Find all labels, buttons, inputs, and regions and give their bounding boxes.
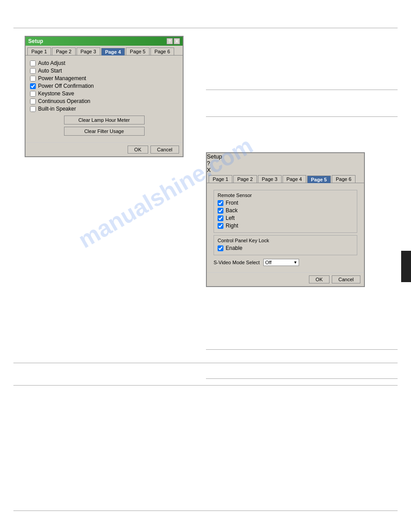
dialog1-tab-page2[interactable]: Page 2	[52, 47, 76, 55]
checkbox-keystone-save-label: Keystone Save	[38, 90, 74, 97]
checkbox-auto-adjust-label: Auto Adjust	[38, 60, 65, 66]
setup-dialog-1: Setup ? X Page 1 Page 2 Page 3 Page 4 Pa…	[25, 36, 184, 157]
remote-sensor-label: Remote Sensor	[218, 193, 353, 198]
body-rule-1	[13, 363, 398, 363]
checkbox-auto-start-input[interactable]	[30, 68, 36, 74]
dialog2-title: Setup	[207, 153, 222, 160]
checkbox-auto-start-label: Auto Start	[38, 68, 62, 74]
checkbox-power-off-label: Power Off Confirmation	[38, 83, 94, 89]
dialog2-help-btn[interactable]: ?	[207, 160, 364, 167]
dialog1-tab-page6[interactable]: Page 6	[150, 47, 174, 55]
dialog2-footer: OK Cancel	[207, 272, 364, 286]
clear-filter-btn[interactable]: Clear Filter Usage	[64, 127, 145, 136]
remote-sensor-section: Remote Sensor Front Back Left Right	[214, 190, 357, 233]
dialog1-close-btn[interactable]: X	[174, 38, 180, 44]
checkbox-front[interactable]: Front	[218, 200, 353, 206]
dialog1-titlebar-buttons: ? X	[167, 38, 180, 44]
checkbox-right-label: Right	[226, 223, 238, 229]
checkbox-power-off-confirmation[interactable]: Power Off Confirmation	[30, 83, 178, 89]
dialog1-title: Setup	[28, 38, 43, 44]
clear-lamp-btn[interactable]: Clear Lamp Hour Meter	[64, 116, 145, 124]
dialog2-titlebar-buttons: ? X	[207, 160, 364, 173]
control-panel-section: Control Panel Key Lock Enable	[214, 235, 357, 255]
dialog1-tab-page5[interactable]: Page 5	[126, 47, 150, 55]
checkbox-continuous-label: Continuous Operation	[38, 98, 90, 104]
dialog1-tab-page1[interactable]: Page 1	[27, 47, 51, 55]
dialog2-tab-page3[interactable]: Page 3	[258, 175, 282, 183]
checkbox-keystone-save-input[interactable]	[30, 91, 36, 97]
checkbox-left[interactable]: Left	[218, 215, 353, 221]
dialog2-titlebar: Setup ? X	[207, 153, 364, 173]
checkbox-keystone-save[interactable]: Keystone Save	[30, 90, 178, 97]
checkbox-right[interactable]: Right	[218, 223, 353, 229]
dialog1-content: Auto Adjust Auto Start Power Management …	[26, 56, 183, 142]
right-rule-2	[206, 116, 398, 117]
svideo-dropdown-arrow[interactable]: ▼	[293, 260, 297, 265]
body-rule-2	[13, 385, 398, 386]
svideo-value: Off	[265, 260, 271, 265]
checkbox-back-input[interactable]	[218, 208, 223, 214]
dialog2-tab-page2[interactable]: Page 2	[233, 175, 257, 183]
checkbox-power-management[interactable]: Power Management	[30, 75, 178, 82]
dialog1-cancel-btn[interactable]: Cancel	[150, 146, 179, 154]
checkbox-power-management-label: Power Management	[38, 75, 86, 82]
checkbox-enable-label: Enable	[226, 245, 242, 251]
checkbox-power-management-input[interactable]	[30, 76, 36, 82]
dialog2-content: Remote Sensor Front Back Left Right Cont…	[207, 183, 364, 272]
checkbox-right-input[interactable]	[218, 223, 223, 229]
right-rule-3	[206, 349, 398, 350]
checkbox-auto-adjust[interactable]: Auto Adjust	[30, 60, 178, 66]
dialog1-tabs: Page 1 Page 2 Page 3 Page 4 Page 5 Page …	[26, 46, 183, 56]
control-panel-label: Control Panel Key Lock	[218, 238, 353, 243]
checkbox-enable[interactable]: Enable	[218, 245, 353, 251]
svideo-label: S-Video Mode Select	[214, 260, 260, 265]
setup-dialog-2: Setup ? X Page 1 Page 2 Page 3 Page 4 Pa…	[206, 152, 365, 287]
dialog2-tab-page1[interactable]: Page 1	[209, 175, 232, 183]
dialog2-tab-page5[interactable]: Page 5	[307, 176, 331, 183]
checkbox-continuous-input[interactable]	[30, 99, 36, 104]
checkbox-builtin-input[interactable]	[30, 106, 36, 112]
dialog2-tab-page6[interactable]: Page 6	[332, 175, 355, 183]
dialog1-tab-page4[interactable]: Page 4	[101, 48, 125, 56]
dialog1-checkbox-group: Auto Adjust Auto Start Power Management …	[30, 60, 178, 112]
svideo-select[interactable]: Off ▼	[263, 259, 299, 266]
dialog1-footer: OK Cancel	[26, 142, 183, 156]
dialog1-help-btn[interactable]: ?	[167, 38, 173, 44]
dialog2-ok-btn[interactable]: OK	[309, 275, 330, 283]
dialog2-close-btn[interactable]: X	[207, 167, 364, 173]
checkbox-left-label: Left	[226, 215, 235, 221]
dialog2-cancel-btn[interactable]: Cancel	[332, 275, 360, 283]
checkbox-power-off-input[interactable]	[30, 83, 36, 89]
body-rule-3	[13, 511, 398, 511]
checkbox-back-label: Back	[226, 207, 238, 214]
checkbox-left-input[interactable]	[218, 215, 223, 221]
dialog2-tabs: Page 1 Page 2 Page 3 Page 4 Page 5 Page …	[207, 173, 364, 183]
top-rule	[13, 28, 398, 28]
checkbox-back[interactable]: Back	[218, 207, 353, 214]
dialog1-titlebar: Setup ? X	[26, 37, 183, 46]
svideo-row: S-Video Mode Select Off ▼	[214, 259, 357, 266]
black-sidebar-marker	[401, 251, 411, 282]
right-rule-4	[206, 378, 398, 379]
checkbox-auto-start[interactable]: Auto Start	[30, 68, 178, 74]
checkbox-builtin-speaker[interactable]: Built-in Speaker	[30, 106, 178, 112]
checkbox-continuous-operation[interactable]: Continuous Operation	[30, 98, 178, 104]
checkbox-builtin-label: Built-in Speaker	[38, 106, 76, 112]
checkbox-front-input[interactable]	[218, 200, 223, 206]
checkbox-enable-input[interactable]	[218, 245, 223, 251]
checkbox-auto-adjust-input[interactable]	[30, 60, 36, 66]
dialog1-ok-btn[interactable]: OK	[128, 146, 148, 154]
right-rule-1	[206, 90, 398, 90]
checkbox-front-label: Front	[226, 200, 238, 206]
dialog2-tab-page4[interactable]: Page 4	[283, 175, 306, 183]
dialog1-tab-page3[interactable]: Page 3	[77, 47, 100, 55]
